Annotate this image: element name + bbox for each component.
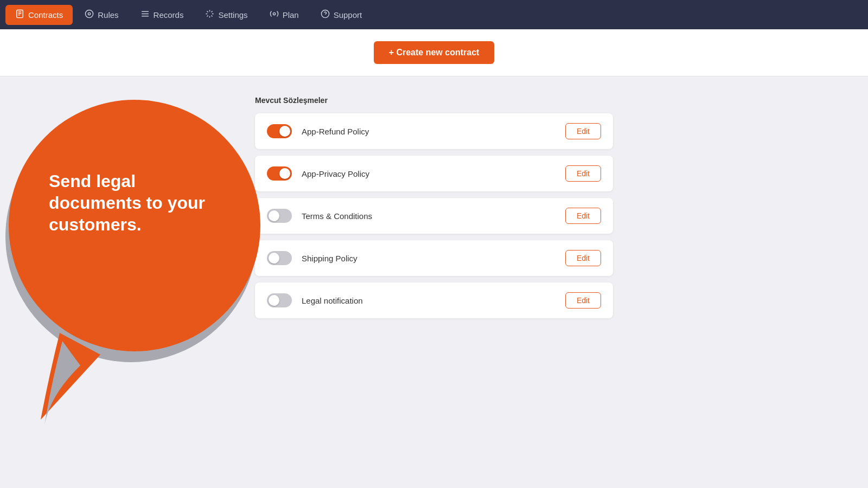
nav-item-settings[interactable]: Settings (195, 5, 257, 25)
toggle-terms[interactable] (267, 209, 292, 223)
toggle-knob-terms (269, 210, 279, 221)
nav-icon-rules (85, 9, 94, 21)
nav-item-contracts[interactable]: Contracts (5, 5, 73, 25)
svg-point-13 (9, 100, 260, 351)
contract-card: Shipping PolicyEdit (255, 240, 613, 276)
nav-item-support[interactable]: Support (311, 5, 372, 25)
nav-item-plan[interactable]: Plan (260, 5, 309, 25)
svg-point-5 (88, 12, 91, 15)
contract-name-terms: Terms & Conditions (302, 211, 565, 221)
navbar: ContractsRulesRecordsSettingsPlanSupport (0, 0, 868, 29)
svg-point-9 (273, 12, 275, 15)
edit-button-shipping[interactable]: Edit (565, 250, 601, 266)
toggle-knob-legal (269, 295, 279, 306)
toggle-privacy[interactable] (267, 166, 292, 181)
contract-name-refund: App-Refund Policy (302, 127, 565, 136)
contract-card: Legal notificationEdit (255, 282, 613, 318)
edit-button-privacy[interactable]: Edit (565, 165, 601, 182)
toggle-knob-shipping (269, 253, 279, 264)
svg-point-12 (5, 111, 257, 362)
toggle-shipping[interactable] (267, 251, 292, 265)
section-title: Mevcut Sözleşmeler (255, 96, 613, 105)
contract-name-legal: Legal notification (302, 296, 565, 305)
content-area: + Create new contract Send legal documen… (0, 29, 868, 488)
toggle-knob-refund (279, 126, 290, 137)
nav-item-records[interactable]: Records (131, 5, 194, 25)
top-bar: + Create new contract (0, 29, 868, 76)
speech-bubble-container: Send legal documents to your customers. (0, 94, 282, 431)
nav-label-rules: Rules (98, 10, 118, 20)
nav-icon-settings (205, 9, 214, 21)
contract-name-privacy: App-Privacy Policy (302, 169, 565, 178)
toggle-knob-privacy (279, 168, 290, 179)
edit-button-refund[interactable]: Edit (565, 123, 601, 139)
nav-icon-records (141, 9, 150, 21)
nav-icon-contracts (15, 9, 24, 21)
create-contract-button[interactable]: + Create new contract (374, 41, 495, 64)
nav-icon-support (321, 9, 330, 21)
svg-point-4 (86, 10, 93, 17)
toggle-refund[interactable] (267, 124, 292, 138)
nav-icon-plan (270, 9, 279, 21)
nav-item-rules[interactable]: Rules (75, 5, 128, 25)
nav-label-settings: Settings (218, 10, 247, 20)
contract-name-shipping: Shipping Policy (302, 254, 565, 263)
edit-button-terms[interactable]: Edit (565, 208, 601, 224)
contracts-list: App-Refund PolicyEditApp-Privacy PolicyE… (255, 113, 613, 318)
speech-bubble-text: Send legal documents to your customers. (49, 170, 212, 235)
nav-label-support: Support (334, 10, 362, 20)
edit-button-legal[interactable]: Edit (565, 292, 601, 309)
contract-card: Terms & ConditionsEdit (255, 198, 613, 234)
nav-label-plan: Plan (283, 10, 299, 20)
nav-label-records: Records (154, 10, 184, 20)
nav-label-contracts: Contracts (28, 10, 63, 20)
toggle-legal[interactable] (267, 293, 292, 307)
contracts-wrapper: Mevcut Sözleşmeler App-Refund PolicyEdit… (255, 76, 613, 318)
contract-card: App-Privacy PolicyEdit (255, 156, 613, 191)
contract-card: App-Refund PolicyEdit (255, 113, 613, 149)
